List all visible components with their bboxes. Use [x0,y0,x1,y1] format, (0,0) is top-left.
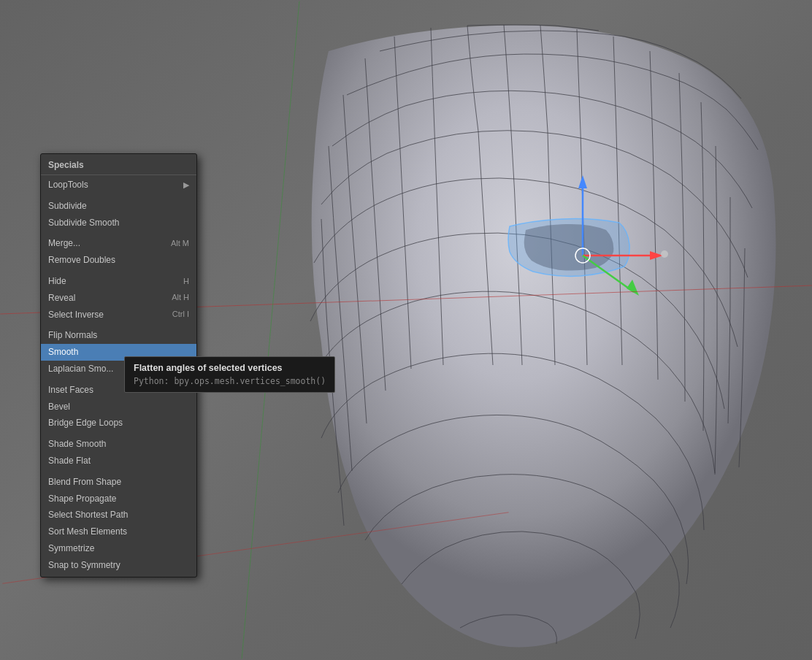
snap-to-symmetry-label: Snap to Symmetry [48,559,120,572]
menu-item-flip-normals[interactable]: Flip Normals [41,327,196,344]
menu-item-shape-propagate[interactable]: Shape Propagate [41,491,196,507]
looptools-arrow: ▶ [183,180,189,191]
tooltip-title: Flatten angles of selected vertices [134,363,326,373]
menu-item-subdivide-smooth[interactable]: Subdivide Smooth [41,215,196,231]
menu-item-select-shortest-path[interactable]: Select Shortest Path [41,507,196,523]
inset-faces-label: Inset Faces [48,384,93,396]
select-shortest-path-label: Select Shortest Path [48,509,128,521]
subdivide-smooth-label: Subdivide Smooth [48,217,119,229]
looptools-label: LoopTools [48,179,88,191]
blend-from-shape-label: Blend From Shape [48,476,121,488]
bevel-label: Bevel [48,401,70,413]
shade-smooth-label: Shade Smooth [48,438,106,450]
menu-item-shade-flat[interactable]: Shade Flat [41,453,196,469]
menu-item-snap-to-symmetry[interactable]: Snap to Symmetry [41,557,196,574]
shape-propagate-label: Shape Propagate [48,493,116,505]
remove-doubles-label: Remove Doubles [48,254,115,266]
menu-item-bridge-edge-loops[interactable]: Bridge Edge Loops [41,415,196,431]
bridge-edge-loops-label: Bridge Edge Loops [48,417,123,429]
subdivide-label: Subdivide [48,200,87,212]
flip-normals-label: Flip Normals [48,329,97,342]
laplacian-smooth-label: Laplacian Smo... [48,363,113,375]
menu-item-looptools[interactable]: LoopTools ▶ [41,177,196,193]
reveal-shortcut: Alt H [172,292,189,303]
menu-item-shade-smooth[interactable]: Shade Smooth [41,436,196,453]
menu-item-remove-doubles[interactable]: Remove Doubles [41,252,196,269]
menu-title: Specials [41,157,196,175]
merge-label: Merge... [48,237,80,250]
sort-mesh-elements-label: Sort Mesh Elements [48,526,127,538]
menu-item-blend-from-shape[interactable]: Blend From Shape [41,474,196,491]
hide-label: Hide [48,275,66,288]
menu-item-sort-mesh-elements[interactable]: Sort Mesh Elements [41,523,196,540]
svg-point-8 [661,250,668,258]
menu-item-reveal[interactable]: Reveal Alt H [41,290,196,307]
reveal-label: Reveal [48,292,75,304]
menu-item-bevel[interactable]: Bevel [41,399,196,415]
tooltip: Flatten angles of selected vertices Pyth… [124,356,335,393]
menu-item-subdivide[interactable]: Subdivide [41,198,196,215]
symmetrize-label: Symmetrize [48,542,94,555]
menu-item-hide[interactable]: Hide H [41,273,196,290]
menu-item-symmetrize[interactable]: Symmetrize [41,540,196,557]
tooltip-python-label: Python: [134,376,169,386]
tooltip-python-code: bpy.ops.mesh.vertices_smooth() [174,376,326,386]
select-inverse-shortcut: Ctrl I [172,309,189,320]
shade-flat-label: Shade Flat [48,455,91,467]
hide-shortcut: H [183,276,189,287]
head-mesh [219,15,789,650]
select-inverse-label: Select Inverse [48,309,104,321]
merge-shortcut: Alt M [171,238,189,249]
tooltip-python: Python: bpy.ops.mesh.vertices_smooth() [134,376,326,386]
menu-item-merge[interactable]: Merge... Alt M [41,235,196,252]
smooth-label: Smooth [48,346,78,358]
menu-item-select-inverse[interactable]: Select Inverse Ctrl I [41,307,196,323]
